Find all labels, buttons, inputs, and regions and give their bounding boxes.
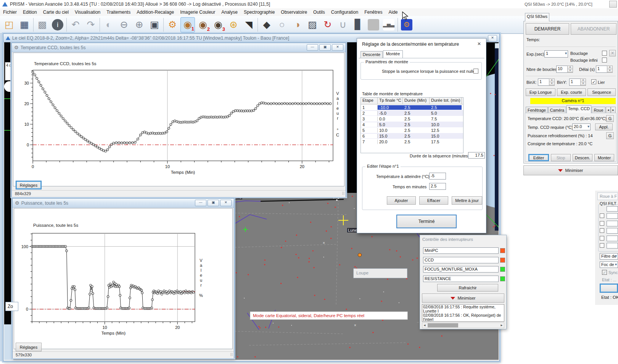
table-row[interactable]: 30.02.57.5 [361,116,463,122]
maximize-button[interactable]: ▣ [319,44,331,51]
foc-select[interactable]: Foc de [600,261,618,268]
rafraichir-button[interactable]: Rafraichir [437,284,498,292]
camera-1-icon[interactable]: ◉1 [180,17,195,32]
exp-longue-button[interactable]: Exp Longue [526,88,555,96]
resize-grip[interactable]: ⠿ [230,353,233,358]
menu-item-fichier[interactable]: Fichier [0,9,20,16]
zoom-out-icon[interactable]: ⊖ [117,17,131,32]
filter-slot-checkbox[interactable] [600,243,604,248]
table-row[interactable]: 45.02.510.0 [361,122,463,127]
biny-stepper[interactable]: 1▲▼ [569,79,586,86]
redo-icon[interactable]: ↷ [84,17,98,32]
filter-slot-checkbox[interactable] [600,213,604,218]
tab-temp-ccd[interactable]: Temp. CCD [566,105,591,113]
column-header[interactable]: Durée (Min) [403,98,430,104]
delai-stepper[interactable]: 1▲▼ [596,66,613,73]
qsi-minimize-button[interactable]: Minimiser [523,165,618,175]
curve-icon[interactable]: ∪ [336,17,350,32]
requise-select[interactable]: 20.0 [572,123,591,130]
rotate-icon[interactable]: ↻ [320,17,335,32]
zoom-in-icon[interactable]: ⊕ [132,17,146,32]
open-image-icon[interactable]: ◰ [2,17,16,32]
flashlight-icon[interactable]: ◥ [241,17,256,32]
gears-icon[interactable]: ⚙ [165,17,180,32]
menu-item-fen-tres[interactable]: Fenêtres [361,9,385,16]
tab-camera[interactable]: Caméra [548,107,566,113]
editer-button[interactable]: Editer [528,154,549,161]
column-header[interactable]: Durée tot. (min) [430,98,462,104]
switch-field-focus_monture_moxa[interactable]: FOCUS_MONTURE_MOXA [423,266,499,273]
filter-wheel-icon[interactable]: ⊛ [226,17,241,32]
filter-name-field[interactable] [607,206,618,212]
filter-slot-checkbox[interactable] [600,221,604,226]
sync-checkbox[interactable]: ✓ [602,270,607,275]
power-settings-button[interactable]: Réglages [16,343,42,351]
stop-sequence-checkbox[interactable] [473,69,478,74]
table-row[interactable]: 615.02.515.0 [361,133,463,139]
descen-button[interactable]: Descen. [573,154,592,161]
menu-item-edition[interactable]: Edition [20,9,40,16]
log-hscrollbar[interactable]: ◄ ► [422,322,504,328]
graph-button-2[interactable]: G [606,132,614,139]
bouclage-infini-checkbox[interactable] [602,58,607,63]
table-row[interactable]: 510.02.512.5 [361,127,463,133]
close-icon[interactable]: ✕ [332,44,343,51]
filter-action-button[interactable] [600,284,618,293]
info-icon[interactable]: i [50,17,65,32]
switch-field-ccd[interactable]: CCD [423,257,499,263]
filter-slot-field[interactable] [607,228,618,234]
filter-slot-field[interactable] [607,243,618,249]
temp-settings-button[interactable]: Réglages [16,181,42,189]
cone-icon[interactable]: ◆ [259,17,274,32]
mettre-a-jour-button[interactable]: Mettre à jour [452,196,482,205]
log-list[interactable]: 02/08/2018 16:17:55 : Requête système, L… [422,304,504,322]
camera-3-icon[interactable]: ◉3 [211,17,225,32]
filter-slot-field[interactable] [607,236,618,241]
minimize-button[interactable]: — [195,200,206,206]
exp-courte-button[interactable]: Exp. courte [557,88,586,96]
minimize-button[interactable]: — [307,44,318,51]
zoom-panel-fragment[interactable]: Zo [5,302,18,311]
histogram-icon[interactable]: ▂▅▃ [381,17,396,32]
menu-item-traitements[interactable]: Traitements [103,9,134,16]
abandonner-button[interactable]: ABANDONNER [571,23,616,35]
power-window-titlebar[interactable]: ⚙ Puissance, toute les 5s — ▣ ✕ [13,199,234,208]
filter-slot-checkbox[interactable] [600,236,604,241]
switches-minimize-button[interactable]: Minimiser [422,293,504,303]
tab-montee[interactable]: Montée [383,50,403,58]
switch-field-resistance[interactable]: RESISTANCE [423,276,499,282]
resize-grip[interactable]: ⠿ [342,191,345,196]
bouclage-checkbox[interactable] [602,51,607,56]
column-header[interactable]: Tp finale °C [378,98,403,104]
sequence-button[interactable]: Sequence [587,88,616,96]
menu-item-imagerie-couleur[interactable]: Imagerie Couleur [177,9,218,16]
wrench-icon[interactable]: ◑ [290,17,304,32]
tabs-scroll-right-button[interactable]: ► [611,107,616,113]
tray-button[interactable] [609,1,617,8]
table-row[interactable]: 720.02.517.5 [361,139,463,144]
ajouter-button[interactable]: Ajouter [387,196,416,205]
stop-button[interactable]: Stop [551,154,571,161]
maximize-button[interactable]: ▣ [208,200,219,206]
table-row[interactable]: 2-5.02.55.0 [361,110,463,116]
graph-button-1[interactable]: G [606,115,614,122]
time-minutes-field[interactable]: 2.5 [429,183,446,190]
loupe-window[interactable]: Loupe [353,268,407,278]
skymap-close-button[interactable]: ✕ [488,35,497,42]
table-row[interactable]: 1-10.02.52.5 [361,104,463,110]
undo-icon[interactable]: ↶ [68,17,83,32]
preview-icon[interactable]: ▣ [147,17,162,32]
menu-item-observatoire[interactable]: Observatoire [278,9,310,16]
contrast-icon[interactable]: ◐ [101,17,116,32]
menu-item-visualisation[interactable]: Visualisation [72,9,103,16]
edit-image-icon[interactable]: ▩ [35,17,50,32]
filter-slot-checkbox[interactable] [600,228,604,233]
menu-item-outils[interactable]: Outils [310,9,328,16]
menu-item-addition-recalage[interactable]: Addition-Recalage [134,9,177,16]
tab-fenetrage[interactable]: Fenêtrage [526,107,548,113]
bouclage-cancel-button[interactable]: ✕ [609,50,616,56]
switch-field-minipc[interactable]: MiniPC [423,247,499,254]
exp-select[interactable]: 1 [544,50,568,58]
termine-button[interactable]: Terminé [396,215,457,228]
filter-slot-field[interactable] [607,213,618,219]
